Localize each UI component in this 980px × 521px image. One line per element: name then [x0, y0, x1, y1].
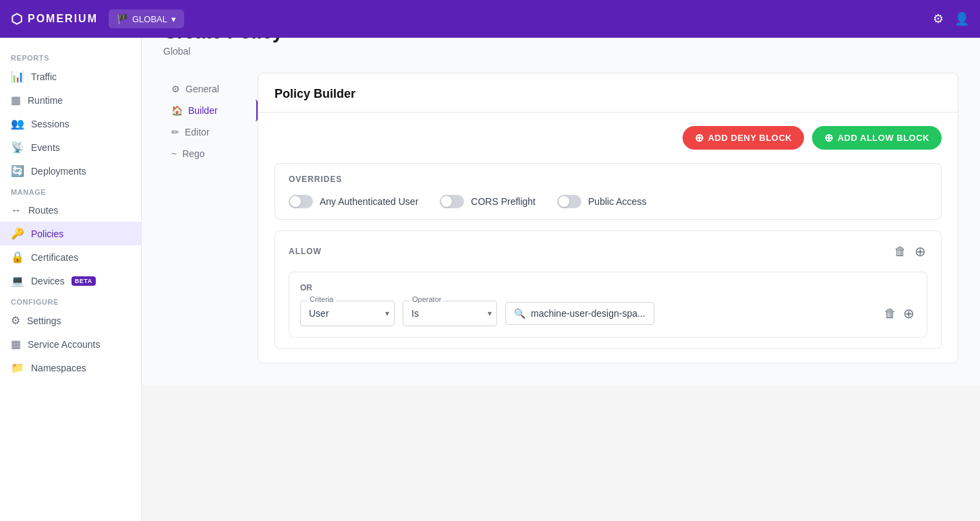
sessions-icon: 👥	[11, 117, 24, 130]
toggle-thumb	[441, 196, 452, 207]
criteria-select[interactable]: User Group Domain Email	[300, 301, 395, 326]
topbar: ⬡ POMERIUM 🏴 GLOBAL ▾ ⚙ 👤	[0, 0, 980, 38]
tab-rego[interactable]: ~ Rego	[163, 143, 258, 164]
sub-nav-label: Builder	[188, 105, 218, 116]
tab-general[interactable]: ⚙ General	[163, 78, 258, 100]
settings-icon[interactable]: ⚙	[933, 11, 944, 26]
overrides-section: OVERRIDES Any Authenticated User	[275, 163, 942, 220]
topbar-right: ⚙ 👤	[933, 11, 969, 26]
toggle-any-auth[interactable]	[289, 195, 313, 208]
page-subtitle: Global	[163, 46, 958, 57]
row-actions: 🗑 ⊕	[883, 304, 916, 323]
sidebar-item-label: Settings	[27, 315, 61, 326]
sidebar-item-label: Runtime	[28, 95, 63, 106]
service-accounts-icon: ▦	[11, 338, 21, 350]
trash-row-icon: 🗑	[884, 307, 896, 320]
sidebar-item-traffic[interactable]: 📊 Traffic	[0, 65, 141, 88]
content-wrapper: ⚙ General 🏠 Builder ✏ Editor ~ Rego Poli…	[163, 73, 958, 363]
overrides-row: Any Authenticated User CORS Preflight	[289, 195, 927, 208]
sidebar-item-label: Traffic	[31, 71, 57, 82]
search-value: machine-user-design-spa...	[531, 308, 645, 319]
sidebar-item-routes[interactable]: ↔ Routes	[0, 199, 141, 222]
sidebar-section-configure: CONFIGURE	[0, 293, 141, 309]
sidebar-item-devices[interactable]: 💻 Devices BETA	[0, 269, 141, 293]
sidebar-item-label: Deployments	[31, 166, 86, 177]
or-label: OR	[300, 283, 916, 293]
policies-icon: 🔑	[11, 227, 24, 240]
tab-builder[interactable]: 🏠 Builder	[163, 100, 258, 121]
global-selector-button[interactable]: 🏴 GLOBAL ▾	[109, 9, 184, 28]
logo-text: POMERIUM	[28, 13, 98, 25]
allow-actions: 🗑 ⊕	[893, 242, 927, 261]
criteria-label: Criteria	[307, 295, 336, 303]
plus-circle-deny-icon: ⊕	[695, 131, 704, 144]
allow-section: ALLOW 🗑 ⊕ OR	[275, 231, 942, 349]
devices-icon: 💻	[11, 274, 24, 287]
policy-builder-panel: Policy Builder ⊕ ADD DENY BLOCK ⊕ ADD AL…	[258, 73, 958, 363]
cors-label: CORS Preflight	[471, 196, 536, 207]
sidebar-section-reports: REPORTS	[0, 49, 141, 65]
builder-nav-icon: 🏠	[171, 105, 183, 116]
action-buttons: ⊕ ADD DENY BLOCK ⊕ ADD ALLOW BLOCK	[275, 126, 942, 150]
operator-field-group: Operator Is Is Not ▾	[403, 301, 497, 326]
or-block: OR Criteria User Group Domain	[289, 272, 927, 338]
general-nav-icon: ⚙	[171, 84, 180, 94]
runtime-icon: ▦	[11, 94, 21, 106]
events-icon: 📡	[11, 141, 24, 154]
chevron-down-icon: ▾	[171, 14, 176, 24]
add-allow-block-button[interactable]: ⊕ ADD ALLOW BLOCK	[812, 126, 942, 150]
sidebar-item-deployments[interactable]: 🔄 Deployments	[0, 159, 141, 183]
logo-icon: ⬡	[11, 11, 22, 27]
sidebar-item-label: Service Accounts	[28, 339, 100, 350]
toggle-thumb	[558, 196, 569, 207]
sidebar-item-label: Namespaces	[31, 363, 86, 373]
settings-nav-icon: ⚙	[11, 314, 20, 327]
operator-select[interactable]: Is Is Not	[403, 301, 497, 326]
plus-circle-icon: ⊕	[915, 244, 926, 259]
operator-select-wrapper: Is Is Not ▾	[403, 301, 497, 326]
rego-nav-icon: ~	[171, 148, 177, 159]
search-icon: 🔍	[514, 308, 525, 319]
sub-nav-label: Rego	[182, 148, 204, 159]
logo: ⬡ POMERIUM	[11, 11, 98, 27]
panel-body: ⊕ ADD DENY BLOCK ⊕ ADD ALLOW BLOCK OVERR…	[258, 113, 958, 363]
add-row-button[interactable]: ⊕	[902, 304, 916, 323]
delete-row-button[interactable]: 🗑	[883, 305, 898, 322]
add-or-button[interactable]: ⊕	[913, 242, 927, 261]
allow-header: ALLOW 🗑 ⊕	[275, 231, 941, 272]
sidebar-item-certificates[interactable]: 🔒 Certificates	[0, 245, 141, 269]
sidebar-item-settings[interactable]: ⚙ Settings	[0, 309, 141, 332]
sidebar-item-policies[interactable]: 🔑 Policies	[0, 222, 141, 245]
sidebar-item-label: Sessions	[31, 119, 69, 129]
allow-title: ALLOW	[289, 247, 322, 256]
override-public-access: Public Access	[557, 195, 646, 208]
search-field-wrapper[interactable]: 🔍 machine-user-design-spa...	[505, 302, 654, 325]
deployments-icon: 🔄	[11, 164, 24, 177]
sub-nav-label: Editor	[185, 127, 210, 137]
certificates-icon: 🔒	[11, 251, 24, 264]
add-deny-block-button[interactable]: ⊕ ADD DENY BLOCK	[683, 126, 804, 150]
toggle-track	[557, 195, 581, 208]
override-any-auth: Any Authenticated User	[289, 195, 418, 208]
overrides-title: OVERRIDES	[289, 175, 927, 184]
toggle-cors[interactable]	[440, 195, 464, 208]
tab-editor[interactable]: ✏ Editor	[163, 121, 258, 143]
user-icon[interactable]: 👤	[954, 11, 969, 26]
toggle-public-access[interactable]	[557, 195, 581, 208]
sidebar-item-runtime[interactable]: ▦ Runtime	[0, 88, 141, 112]
namespaces-icon: 📁	[11, 361, 24, 374]
sidebar-item-events[interactable]: 📡 Events	[0, 135, 141, 159]
delete-allow-block-button[interactable]: 🗑	[893, 243, 908, 260]
sidebar-section-manage: MANAGE	[0, 183, 141, 199]
beta-badge: BETA	[71, 276, 96, 286]
sidebar-item-label: Devices	[31, 276, 65, 286]
operator-label: Operator	[409, 295, 444, 303]
topbar-left: ⬡ POMERIUM 🏴 GLOBAL ▾	[11, 9, 184, 28]
sidebar-item-sessions[interactable]: 👥 Sessions	[0, 112, 141, 135]
plus-circle-allow-icon: ⊕	[824, 131, 834, 144]
sidebar-item-service-accounts[interactable]: ▦ Service Accounts	[0, 332, 141, 356]
sidebar-item-namespaces[interactable]: 📁 Namespaces	[0, 356, 141, 379]
sub-nav: ⚙ General 🏠 Builder ✏ Editor ~ Rego	[163, 73, 258, 363]
traffic-icon: 📊	[11, 70, 24, 83]
sidebar-item-label: Certificates	[31, 252, 78, 263]
